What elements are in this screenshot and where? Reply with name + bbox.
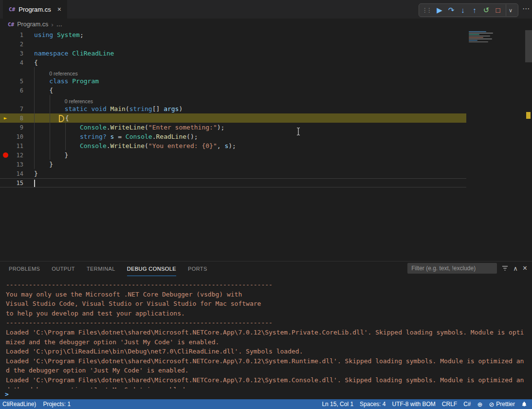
glyph-margin[interactable] — [0, 58, 11, 67]
line-number: 6 — [11, 87, 23, 94]
code-text[interactable]: } — [34, 151, 68, 159]
continue-icon[interactable]: ▶ — [434, 4, 445, 16]
panel-tab-output[interactable]: OUTPUT — [52, 262, 75, 276]
glyph-margin[interactable] — [0, 160, 11, 169]
glyph-margin[interactable] — [0, 104, 11, 113]
editor-line-1[interactable]: 1using System; — [0, 30, 466, 39]
tab-program-cs[interactable]: C# Program.cs × — [3, 0, 68, 19]
editor-line-10[interactable]: 10 string? s = Console.ReadLine(); — [0, 132, 466, 141]
filter-input[interactable] — [407, 263, 497, 274]
dropdown-icon[interactable]: ∨ — [506, 4, 515, 16]
bell-icon — [521, 401, 527, 408]
filter-icon[interactable] — [502, 265, 508, 271]
glyph-margin[interactable] — [0, 132, 11, 141]
status-notifications[interactable] — [521, 401, 527, 408]
editor-scrollbar[interactable] — [525, 30, 532, 261]
code-editor[interactable]: 1using System;23namespace CliReadLine4{0… — [0, 30, 532, 261]
debug-toolbar-buttons: ▶↷↓↑↺□∨ — [434, 4, 515, 16]
code-text[interactable]: using System; — [34, 31, 84, 38]
more-actions-icon[interactable]: ⋯ — [522, 4, 530, 13]
status-prettier[interactable]: ⊘Prettier — [489, 401, 515, 408]
code-text[interactable] — [34, 179, 35, 187]
panel-tab-debug-console[interactable]: DEBUG CONSOLE — [127, 262, 176, 276]
code-text[interactable]: string? s = Console.ReadLine(); — [34, 133, 198, 140]
code-text[interactable]: { — [34, 114, 69, 122]
editor-line-14[interactable]: 14} — [0, 169, 466, 178]
editor-line-4[interactable]: 4{ — [0, 58, 466, 67]
code-text[interactable]: Console.WriteLine("You entered: {0}", s)… — [34, 142, 236, 149]
chevron-up-icon[interactable]: ∧ — [513, 265, 518, 272]
codelens-row: 0 references — [0, 95, 466, 104]
code-text[interactable]: class Program — [34, 77, 99, 85]
editor-line-9[interactable]: 9 Console.WriteLine("Enter something:"); — [0, 123, 466, 132]
step-out-icon[interactable]: ↑ — [469, 4, 480, 16]
editor-line-7[interactable]: 7 static void Main(string[] args) — [0, 104, 466, 113]
code-text[interactable]: { — [34, 59, 38, 66]
code-text[interactable]: } — [34, 161, 53, 168]
glyph-margin[interactable] — [0, 49, 11, 58]
stop-icon[interactable]: □ — [492, 4, 504, 16]
editor-line-6[interactable]: 6 { — [0, 86, 466, 95]
debug-toolbar: ⋮⋮ ▶↷↓↑↺□∨ — [419, 3, 518, 17]
glyph-margin[interactable] — [0, 39, 11, 49]
glyph-margin[interactable] — [0, 76, 11, 86]
glyph-margin[interactable] — [0, 141, 11, 150]
debug-pointer-icon — [59, 115, 64, 122]
status-indentation[interactable]: Spaces: 4 — [360, 401, 385, 408]
prompt-chevron-icon: > — [5, 390, 9, 398]
code-text[interactable]: { — [34, 87, 53, 94]
debug-console-input[interactable]: > — [0, 390, 532, 398]
editor-line-2[interactable]: 2 — [0, 39, 466, 49]
status-cursor-position[interactable]: Ln 15, Col 1 — [322, 401, 353, 408]
minimap[interactable] — [469, 31, 497, 47]
code-text[interactable]: } — [34, 170, 38, 177]
editor-caret — [34, 180, 35, 187]
step-over-icon[interactable]: ↷ — [445, 4, 457, 16]
codelens-references[interactable]: 0 references — [49, 71, 77, 76]
tab-bar: C# Program.cs × ⋮⋮ ▶↷↓↑↺□∨ ⋯ — [0, 0, 532, 19]
editor-line-5[interactable]: 5 class Program — [0, 76, 466, 86]
debug-current-line-arrow-icon[interactable]: ► — [0, 113, 11, 123]
globe-icon: ⊕ — [477, 401, 483, 408]
glyph-margin[interactable] — [0, 123, 11, 132]
code-text[interactable]: static void Main(string[] args) — [34, 105, 183, 112]
close-tab-icon[interactable]: × — [57, 5, 61, 13]
panel-tab-problems[interactable]: PROBLEMS — [9, 262, 40, 276]
toolbar-drag-handle-icon[interactable]: ⋮⋮ — [422, 7, 431, 14]
glyph-margin[interactable] — [0, 178, 11, 187]
status-task[interactable]: CliReadLine) — [2, 401, 36, 408]
console-line: mized and the debugger option 'Just My C… — [6, 337, 532, 347]
status-network[interactable]: ⊕ — [477, 401, 483, 408]
glyph-margin[interactable] — [0, 30, 11, 39]
csharp-file-icon: C# — [9, 6, 15, 13]
status-language-mode[interactable]: C# — [463, 401, 471, 408]
line-number: 13 — [11, 161, 23, 168]
editor-line-15[interactable]: 15 — [0, 178, 466, 187]
status-encoding[interactable]: UTF-8 with BOM — [392, 401, 435, 408]
step-into-icon[interactable]: ↓ — [457, 4, 469, 16]
code-text[interactable]: namespace CliReadLine — [34, 50, 114, 57]
glyph-margin[interactable] — [0, 169, 11, 178]
breadcrumb-symbol[interactable]: … — [56, 21, 63, 28]
scrollbar-thumb[interactable] — [525, 30, 532, 62]
status-eol[interactable]: CRLF — [442, 401, 457, 408]
editor-line-8[interactable]: ►8 { — [0, 113, 466, 123]
breakpoint-icon[interactable] — [0, 150, 11, 160]
glyph-margin[interactable] — [0, 86, 11, 95]
breakpoint-dot — [3, 152, 8, 158]
editor-line-13[interactable]: 13 } — [0, 160, 466, 169]
panel-tab-terminal[interactable]: TERMINAL — [87, 262, 115, 276]
restart-icon[interactable]: ↺ — [480, 4, 492, 16]
code-text[interactable]: Console.WriteLine("Enter something:"); — [34, 124, 224, 131]
codelens-references[interactable]: 0 references — [65, 98, 93, 104]
status-prettier-label: Prettier — [496, 401, 515, 408]
status-projects[interactable]: Projects: 1 — [43, 401, 71, 408]
editor-line-12[interactable]: 12 } — [0, 150, 466, 160]
panel-tab-ports[interactable]: PORTS — [188, 262, 207, 276]
close-panel-icon[interactable]: × — [523, 264, 527, 273]
editor-line-11[interactable]: 11 Console.WriteLine("You entered: {0}",… — [0, 141, 466, 150]
editor-line-3[interactable]: 3namespace CliReadLine — [0, 49, 466, 58]
status-projects-label: Projects: 1 — [43, 401, 71, 408]
line-number: 7 — [11, 106, 23, 112]
breadcrumb-file[interactable]: Program.cs — [17, 21, 48, 28]
